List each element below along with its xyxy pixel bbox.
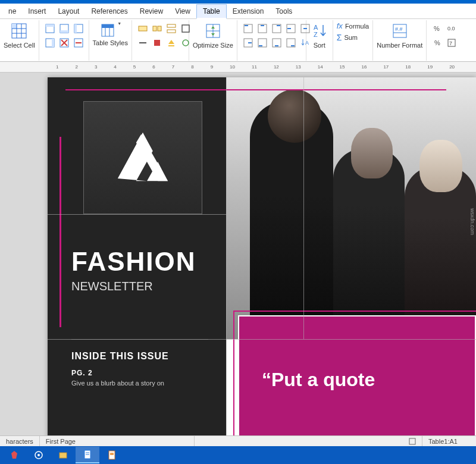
insert-row-below-icon[interactable] <box>58 22 71 35</box>
accent-line-vertical <box>60 137 61 327</box>
ruler-mark: 20 <box>449 64 455 70</box>
svg-rect-75 <box>110 453 114 455</box>
insert-col-right-icon[interactable] <box>43 36 57 49</box>
group-alignment: A <box>237 20 306 61</box>
menu-tools[interactable]: Tools <box>270 5 298 18</box>
page-ref[interactable]: PG. 2 <box>71 369 93 377</box>
status-table-cell[interactable]: Table1:A1 <box>422 436 476 446</box>
svg-rect-20 <box>102 24 114 28</box>
svg-rect-25 <box>158 26 161 31</box>
align-bottom-right-icon[interactable] <box>284 36 298 49</box>
ruler-mark: 6 <box>152 64 155 70</box>
blurb-text[interactable]: Give us a blurb about a story on <box>71 380 208 387</box>
svg-rect-51 <box>275 45 278 46</box>
horizontal-ruler[interactable]: 1 2 3 4 5 6 7 8 9 10 11 12 13 14 15 16 1… <box>0 62 476 73</box>
title-fashion[interactable]: FASHION <box>71 247 196 277</box>
menu-references[interactable]: References <box>85 5 133 18</box>
heading-inside-issue[interactable]: INSIDE THIS ISSUE <box>71 351 169 362</box>
currency-icon[interactable]: % <box>431 22 444 35</box>
align-top-center-icon[interactable] <box>256 22 269 35</box>
split-cells-icon[interactable] <box>151 22 164 35</box>
ruler-mark: 10 <box>230 64 235 70</box>
group-optimize-size: Optimize Size <box>189 20 237 61</box>
svg-point-32 <box>183 40 189 46</box>
formula-button[interactable]: fx Formula <box>337 21 369 30</box>
ruler-mark: 3 <box>95 64 97 70</box>
status-page-style[interactable]: First Page <box>40 436 195 446</box>
menu-view[interactable]: View <box>169 5 196 18</box>
taskbar-writer-icon[interactable] <box>76 447 99 463</box>
split-table-icon[interactable] <box>165 22 178 35</box>
group-sort: AZ Sort <box>306 20 333 61</box>
taskbar-files-icon[interactable] <box>51 447 75 463</box>
menu-review[interactable]: Review <box>134 5 169 18</box>
document-area[interactable]: FASHION NEWSLETTER INSIDE THIS ISSUE PG.… <box>0 73 476 435</box>
menu-extension[interactable]: Extension <box>227 5 270 18</box>
svg-text:%: % <box>434 25 440 32</box>
ruler-mark: 7 <box>172 64 174 70</box>
sort-icon[interactable]: AZ <box>310 21 329 40</box>
align-middle-left-icon[interactable] <box>284 22 298 35</box>
align-bottom-left-icon[interactable] <box>256 36 269 49</box>
border-style-icon[interactable] <box>136 36 149 49</box>
insert-col-left-icon[interactable] <box>72 22 85 35</box>
taskbar-app-1[interactable] <box>2 447 26 463</box>
dropdown-icon[interactable]: ▼ <box>117 21 121 39</box>
hero-photo <box>226 77 476 339</box>
sort-label: Sort <box>314 42 325 49</box>
svg-rect-53 <box>291 45 295 46</box>
table-gridline <box>226 77 227 435</box>
group-merge-borders <box>132 20 189 61</box>
optimize-size-label: Optimize Size <box>193 42 233 49</box>
subtitle-newsletter[interactable]: NEWSLETTER <box>71 280 153 293</box>
decimal-add-icon[interactable]: 0.0 <box>445 22 458 35</box>
sum-label: Sum <box>344 34 358 41</box>
svg-rect-49 <box>259 45 262 46</box>
ruler-mark: 9 <box>211 64 213 70</box>
select-cell-label: Select Cell <box>4 42 35 49</box>
ruler-mark: 12 <box>274 64 279 70</box>
page[interactable]: FASHION NEWSLETTER INSIDE THIS ISSUE PG.… <box>48 77 476 435</box>
table-styles-icon[interactable] <box>99 22 116 39</box>
ruler-mark: 18 <box>405 64 411 70</box>
sum-button[interactable]: Σ Sum <box>337 33 358 42</box>
svg-rect-23 <box>139 26 147 31</box>
svg-text:7: 7 <box>449 40 452 46</box>
menu-table[interactable]: Table <box>196 4 227 19</box>
border-color-icon[interactable] <box>151 36 164 49</box>
percent-icon[interactable]: % <box>431 36 444 49</box>
ruler-mark: 1 <box>56 64 58 70</box>
merge-cells-icon[interactable] <box>136 22 149 35</box>
align-top-right-icon[interactable] <box>270 22 283 35</box>
taskbar-impress-icon[interactable] <box>100 447 124 463</box>
align-top-left-icon[interactable] <box>242 22 255 35</box>
ruler-mark: 14 <box>318 64 323 70</box>
status-characters[interactable]: haracters <box>0 436 40 446</box>
align-bottom-center-icon[interactable] <box>270 36 283 49</box>
ruler-mark: 17 <box>383 64 389 70</box>
group-rows-cols <box>39 20 89 61</box>
svg-rect-11 <box>74 24 77 33</box>
background-color-icon[interactable] <box>165 36 178 49</box>
menu-layout[interactable]: Layout <box>52 5 85 18</box>
ribbon: Select Cell ▼ Table Styles <box>0 19 476 62</box>
quote-text[interactable]: “Put a quote <box>262 369 375 391</box>
decimal-remove-icon[interactable]: 7 <box>445 36 458 49</box>
watermark: wsxdn.com <box>469 208 475 235</box>
group-select-cell: Select Cell <box>0 20 39 61</box>
menu-home-partial[interactable]: ne <box>2 5 22 18</box>
menu-insert[interactable]: Insert <box>22 5 52 18</box>
delete-col-icon[interactable] <box>72 36 85 49</box>
number-format-icon[interactable]: #.# <box>390 21 409 40</box>
status-overwrite-icon[interactable] <box>403 436 422 446</box>
optimize-size-icon[interactable] <box>203 21 223 40</box>
status-bar: haracters First Page Table1:A1 <box>0 435 476 446</box>
delete-row-icon[interactable] <box>58 36 71 49</box>
svg-rect-43 <box>287 28 291 29</box>
ruler-mark: 13 <box>296 64 301 70</box>
ruler-mark: 4 <box>114 64 116 70</box>
insert-row-above-icon[interactable] <box>43 22 57 35</box>
taskbar-settings-icon[interactable] <box>27 447 51 463</box>
align-middle-right-icon[interactable] <box>242 36 255 49</box>
select-cell-icon[interactable] <box>10 21 29 40</box>
